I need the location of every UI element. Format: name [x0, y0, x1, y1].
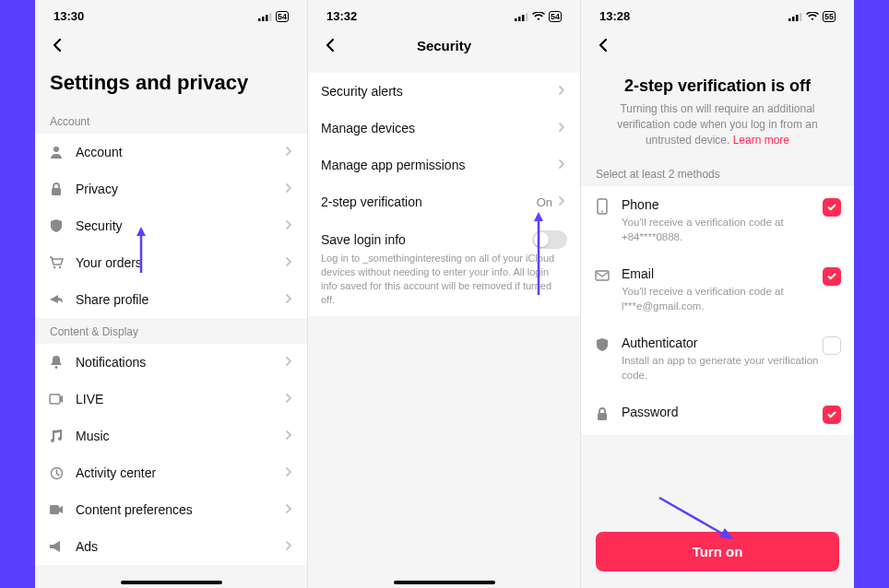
status-time: 13:32 — [326, 9, 357, 23]
svg-point-6 — [53, 266, 55, 268]
method-name: Password — [622, 405, 823, 419]
svg-rect-0 — [258, 18, 261, 21]
share-icon — [48, 291, 65, 308]
megaphone-icon — [48, 538, 65, 555]
row-account[interactable]: Account — [35, 134, 307, 171]
svg-rect-5 — [52, 188, 61, 195]
row-security[interactable]: Security — [35, 207, 307, 244]
cart-icon — [48, 254, 65, 271]
method-name: Phone — [622, 197, 823, 212]
method-password[interactable]: Password — [581, 394, 854, 435]
svg-rect-11 — [50, 505, 59, 514]
nav-bar — [35, 29, 307, 64]
row-privacy[interactable]: Privacy — [35, 171, 307, 207]
home-indicator[interactable] — [121, 581, 222, 584]
chevron-right-icon — [283, 291, 294, 308]
screen-security: 13:32 54 Security Security alerts Manage… — [308, 0, 581, 588]
row-content-preferences[interactable]: Content preferences — [35, 491, 307, 528]
svg-rect-1 — [262, 17, 265, 21]
checkbox[interactable] — [823, 267, 841, 286]
row-ads[interactable]: Ads — [35, 528, 307, 565]
row-two-step-verification[interactable]: 2-step verification On — [308, 183, 580, 220]
lock-icon — [594, 406, 610, 422]
checkbox[interactable] — [823, 198, 841, 217]
row-save-login-info[interactable]: Save login info Log in to _somethinginte… — [308, 220, 580, 316]
back-button[interactable] — [48, 36, 66, 54]
chevron-right-icon — [283, 354, 294, 370]
nav-bar — [581, 29, 854, 64]
svg-rect-13 — [515, 18, 517, 21]
svg-point-4 — [53, 147, 59, 152]
row-label: Content preferences — [76, 502, 283, 517]
email-icon — [594, 267, 610, 284]
row-share-profile[interactable]: Share profile — [35, 281, 307, 318]
account-list: Account Privacy Security Your orders Sha — [35, 134, 307, 318]
select-methods-label: Select at least 2 methods — [581, 160, 854, 186]
battery-icon: 55 — [823, 11, 836, 22]
row-label: Notifications — [76, 355, 283, 370]
row-activity-center[interactable]: Activity center — [35, 454, 307, 491]
row-label: Share profile — [76, 292, 283, 307]
row-live[interactable]: LIVE — [35, 381, 307, 417]
back-button[interactable] — [594, 36, 612, 54]
row-label: Privacy — [76, 182, 283, 196]
row-label: Save login info — [321, 232, 532, 247]
method-phone[interactable]: Phone You'll receive a verification code… — [581, 186, 854, 255]
chevron-right-icon — [283, 218, 294, 234]
live-icon — [48, 391, 65, 407]
chevron-left-icon — [594, 36, 612, 54]
turn-on-button[interactable]: Turn on — [596, 532, 839, 571]
page-title: Settings and privacy — [35, 64, 307, 108]
row-manage-app-permissions[interactable]: Manage app permissions — [308, 147, 580, 183]
home-indicator[interactable] — [394, 581, 495, 584]
svg-rect-24 — [596, 271, 609, 280]
section-label-account: Account — [35, 108, 307, 134]
battery-icon: 54 — [549, 11, 562, 22]
svg-rect-18 — [788, 18, 791, 21]
checkbox[interactable] — [823, 336, 841, 355]
hero-desc: Turning this on will require an addition… — [603, 101, 832, 147]
svg-point-8 — [55, 366, 58, 369]
row-label: Your orders — [76, 255, 283, 270]
learn-more-link[interactable]: Learn more — [733, 134, 789, 147]
row-orders[interactable]: Your orders — [35, 244, 307, 281]
toggle-save-login[interactable] — [532, 230, 567, 249]
chevron-right-icon — [283, 144, 294, 160]
method-authenticator[interactable]: Authenticator Install an app to generate… — [581, 324, 854, 394]
svg-rect-9 — [50, 394, 60, 404]
screen-settings-privacy: 13:30 54 Settings and privacy Account Ac… — [35, 0, 308, 588]
status-bar: 13:28 55 — [581, 0, 854, 29]
row-manage-devices[interactable]: Manage devices — [308, 110, 580, 147]
chevron-right-icon — [283, 391, 294, 407]
row-notifications[interactable]: Notifications — [35, 344, 307, 381]
row-label: LIVE — [76, 392, 283, 406]
svg-rect-15 — [522, 15, 525, 21]
chevron-right-icon — [283, 538, 294, 555]
status-bar: 13:30 54 — [35, 0, 307, 29]
status-time: 13:28 — [599, 9, 630, 23]
status-time: 13:30 — [53, 9, 84, 23]
row-label: Manage devices — [321, 121, 556, 135]
method-email[interactable]: Email You'll receive a verification code… — [581, 255, 854, 324]
chevron-right-icon — [283, 428, 294, 444]
row-label: Account — [76, 145, 283, 159]
methods-list: Phone You'll receive a verification code… — [581, 186, 854, 435]
chevron-right-icon — [556, 83, 567, 100]
row-value: On — [537, 195, 552, 209]
back-button[interactable] — [321, 36, 339, 54]
svg-rect-25 — [598, 413, 607, 420]
person-icon — [48, 144, 65, 160]
method-name: Authenticator — [622, 335, 823, 350]
section-label-content: Content & Display — [35, 318, 307, 344]
svg-rect-16 — [526, 13, 528, 21]
checkbox[interactable] — [823, 406, 841, 424]
svg-rect-20 — [796, 15, 799, 21]
cellular-icon — [788, 12, 802, 21]
hero-title: 2-step verification is off — [603, 76, 832, 96]
clock-icon — [48, 465, 65, 481]
row-label: 2-step verification — [321, 194, 537, 209]
bell-icon — [48, 354, 65, 370]
row-music[interactable]: Music — [35, 417, 307, 454]
row-security-alerts[interactable]: Security alerts — [308, 73, 580, 110]
chevron-right-icon — [283, 465, 294, 481]
